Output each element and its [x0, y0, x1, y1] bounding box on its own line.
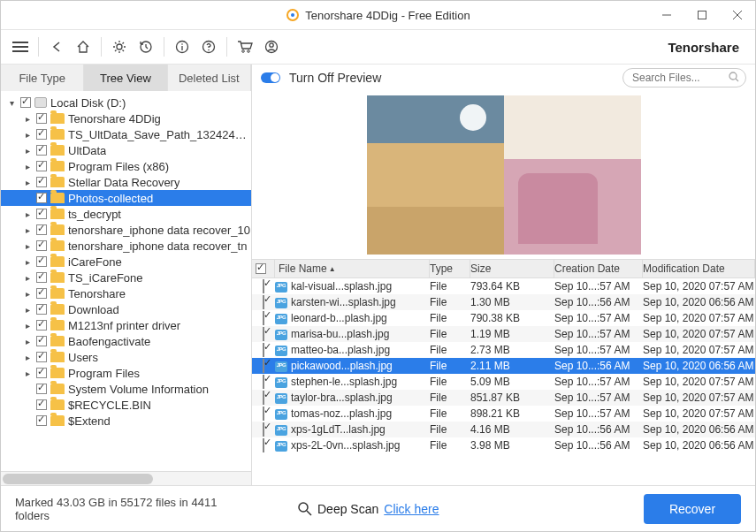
minimize-button[interactable] [649, 1, 684, 29]
tab-tree-view[interactable]: Tree View [84, 65, 167, 91]
expand-icon[interactable]: ▸ [22, 305, 33, 315]
table-row[interactable]: marisa-bu...plash.jpgFile1.19 MBSep 10..… [252, 326, 755, 342]
tree-item[interactable]: ▸M1213nf printer driver [1, 317, 251, 333]
expand-icon[interactable]: ▸ [22, 337, 33, 346]
settings-button[interactable] [107, 34, 132, 59]
checkbox[interactable] [36, 368, 47, 378]
preview-toggle[interactable] [261, 72, 280, 83]
tree-item[interactable]: $RECYCLE.BIN [1, 397, 251, 413]
home-button[interactable] [71, 34, 95, 59]
tree-item[interactable]: ▸iCareFone [1, 254, 251, 270]
row-checkbox[interactable] [263, 375, 264, 389]
select-all-checkbox[interactable] [256, 263, 266, 274]
table-row[interactable]: pickawood...plash.jpgFile2.11 MBSep 10..… [252, 358, 755, 374]
tree-item[interactable]: ▸ts_decrypt [1, 206, 251, 222]
tab-file-type[interactable]: File Type [1, 65, 84, 91]
history-button[interactable] [134, 34, 158, 59]
tree-item[interactable]: ▸Tenorshare 4DDig [1, 110, 251, 126]
row-checkbox[interactable] [263, 438, 264, 452]
table-row[interactable]: taylor-bra...splash.jpgFile851.87 KBSep … [252, 390, 755, 406]
back-button[interactable] [44, 34, 69, 59]
expand-icon[interactable]: ▸ [22, 162, 33, 171]
checkbox[interactable] [36, 415, 47, 426]
row-checkbox[interactable] [263, 391, 264, 405]
close-button[interactable] [720, 1, 755, 29]
tab-deleted-list[interactable]: Deleted List [168, 65, 251, 91]
checkbox[interactable] [36, 193, 47, 203]
table-row[interactable]: stephen-le...splash.jpgFile5.09 MBSep 10… [252, 374, 755, 390]
tree-item[interactable]: System Volume Information [1, 381, 251, 397]
checkbox[interactable] [36, 272, 47, 283]
expand-icon[interactable]: ▸ [22, 241, 33, 251]
tree-item[interactable]: ▸Baofengactivate [1, 333, 251, 349]
table-row[interactable]: leonard-b...plash.jpgFile790.38 KBSep 10… [252, 310, 755, 326]
checkbox[interactable] [36, 288, 47, 299]
expand-icon[interactable]: ▸ [22, 146, 33, 156]
expand-icon[interactable]: ▸ [22, 130, 33, 140]
deep-scan-link[interactable]: Click here [384, 502, 439, 516]
recover-button[interactable]: Recover [644, 494, 741, 524]
menu-button[interactable] [8, 34, 33, 59]
row-checkbox[interactable] [263, 343, 264, 357]
checkbox[interactable] [36, 177, 47, 187]
tree-scrollbar[interactable] [1, 471, 251, 485]
expand-icon[interactable] [22, 194, 33, 203]
checkbox[interactable] [36, 384, 47, 394]
expand-icon[interactable]: ▸ [22, 321, 33, 331]
checkbox[interactable] [36, 209, 47, 219]
tree-item[interactable]: ▸Users [1, 349, 251, 365]
checkbox[interactable] [36, 256, 47, 267]
tree-item[interactable]: ▸Stellar Data Recovery [1, 174, 251, 190]
info-button[interactable] [170, 34, 195, 59]
tree-item[interactable]: ▸tenorshare_iphone data recover_10 [1, 222, 251, 238]
checkbox[interactable] [36, 129, 47, 140]
table-row[interactable]: karsten-wi...splash.jpgFile1.30 MBSep 10… [252, 294, 755, 310]
tree-item[interactable]: $Extend [1, 413, 251, 429]
checkbox[interactable] [36, 336, 47, 346]
expand-icon[interactable] [22, 400, 33, 410]
expand-icon[interactable]: ▸ [22, 257, 33, 267]
expand-icon[interactable]: ▸ [22, 225, 33, 235]
checkbox[interactable] [36, 224, 47, 235]
collapse-icon[interactable]: ▾ [6, 98, 17, 108]
tree-item[interactable]: ▸Download [1, 301, 251, 317]
cart-button[interactable] [233, 34, 257, 59]
expand-icon[interactable]: ▸ [22, 209, 33, 219]
tree-item[interactable]: ▸Tenorshare [1, 285, 251, 301]
expand-icon[interactable]: ▸ [22, 273, 33, 283]
checkbox[interactable] [36, 304, 47, 315]
checkbox[interactable] [20, 97, 31, 108]
checkbox[interactable] [36, 145, 47, 156]
col-creation-date[interactable]: Creation Date [554, 260, 643, 277]
expand-icon[interactable]: ▸ [22, 178, 33, 187]
account-button[interactable] [259, 34, 284, 59]
checkbox[interactable] [36, 352, 47, 362]
row-checkbox[interactable] [263, 407, 264, 421]
col-filename[interactable]: File Name▲ [275, 260, 430, 277]
expand-icon[interactable]: ▸ [22, 289, 33, 299]
table-row[interactable]: matteo-ba...plash.jpgFile2.73 MBSep 10..… [252, 342, 755, 358]
expand-icon[interactable]: ▸ [22, 353, 33, 362]
help-button[interactable] [196, 34, 221, 59]
table-row[interactable]: xps-1gLdT...lash.jpgFile4.16 MBSep 10...… [252, 422, 755, 437]
tree-item[interactable]: ▸Program Files [1, 365, 251, 381]
expand-icon[interactable]: ▸ [22, 369, 33, 378]
checkbox[interactable] [36, 113, 47, 124]
table-row[interactable]: kal-visual...splash.jpgFile793.64 KBSep … [252, 278, 755, 294]
tree-item[interactable]: ▸UltData [1, 142, 251, 158]
tree-item[interactable]: Photos-collected [1, 190, 251, 206]
expand-icon[interactable] [22, 416, 33, 426]
checkbox[interactable] [36, 240, 47, 251]
tree-item[interactable]: ▸Program Files (x86) [1, 158, 251, 174]
tree-item[interactable]: ▸TS_iCareFone [1, 270, 251, 285]
expand-icon[interactable] [22, 384, 33, 394]
row-checkbox[interactable] [263, 327, 264, 341]
checkbox[interactable] [36, 320, 47, 331]
row-checkbox[interactable] [263, 279, 264, 293]
folder-tree[interactable]: ▾Local Disk (D:)▸Tenorshare 4DDig▸TS_Ult… [1, 91, 251, 471]
maximize-button[interactable] [684, 1, 720, 29]
search-input[interactable] [622, 68, 746, 87]
expand-icon[interactable]: ▸ [22, 114, 33, 124]
tree-item[interactable]: ▸tenorshare_iphone data recover_tn [1, 238, 251, 254]
col-type[interactable]: Type [430, 260, 470, 277]
